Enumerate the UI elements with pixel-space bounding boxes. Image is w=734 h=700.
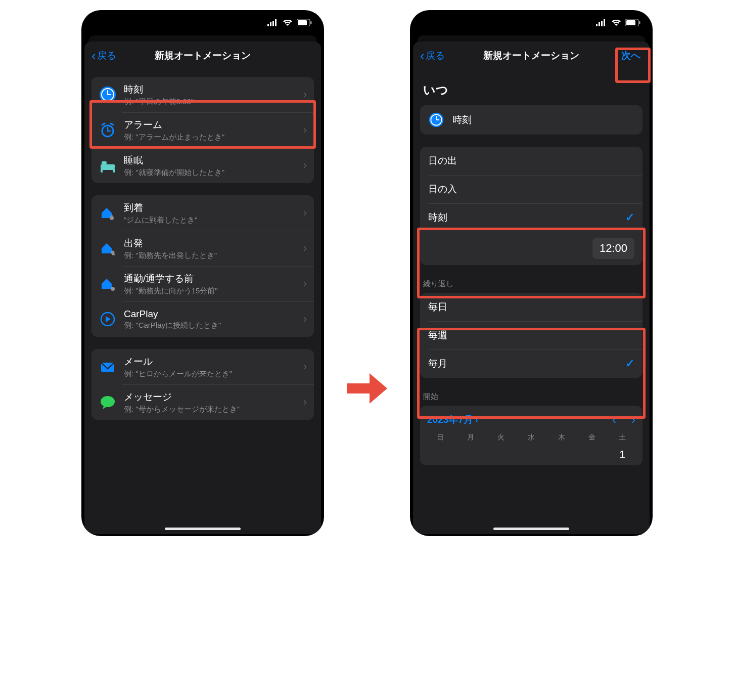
svg-rect-22 xyxy=(111,215,113,219)
trigger-subtitle: 例: "ヒロからメールが来たとき" xyxy=(124,369,296,379)
trigger-group-location: 到着 "ジムに到着したとき" › 出発 例: "勤務先を出発したとき" › xyxy=(91,195,314,337)
home-indicator[interactable] xyxy=(493,528,569,530)
calendar-card: 2023年7月 › ‹ › 日 月 火 水 木 金 土 xyxy=(420,406,643,465)
svg-rect-16 xyxy=(101,164,115,168)
svg-rect-2 xyxy=(272,21,274,26)
checkmark-icon: ✓ xyxy=(625,211,634,224)
weekday-label: 月 xyxy=(455,433,486,442)
trigger-subtitle: 例: "勤務先に向かう15分前" xyxy=(124,286,296,296)
trigger-subtitle: 例: "母からメッセージが来たとき" xyxy=(124,405,296,414)
start-header: 開始 xyxy=(423,392,639,402)
mail-icon xyxy=(99,358,117,376)
trigger-title: メッセージ xyxy=(124,390,296,404)
repeat-monthly[interactable]: 毎月 ✓ xyxy=(420,349,643,378)
calendar-grid[interactable]: 1 xyxy=(420,442,643,465)
back-label: 戻る xyxy=(426,49,445,62)
trigger-row-alarm[interactable]: アラーム 例: "アラームが止まったとき" › xyxy=(91,112,314,148)
battery-icon xyxy=(625,19,640,26)
trigger-row-mail[interactable]: メール 例: "ヒロからメールが来たとき" › xyxy=(91,349,314,384)
trigger-row-time[interactable]: 時刻 例: "平日の午前8:00" › xyxy=(91,77,314,112)
svg-point-25 xyxy=(111,287,115,291)
when-header: いつ xyxy=(423,82,639,98)
option-label: 日の出 xyxy=(428,154,457,167)
clock-icon xyxy=(99,85,117,104)
trigger-group-comm: メール 例: "ヒロからメールが来たとき" › メッセージ 例: "母からメッセ… xyxy=(91,349,314,420)
time-picker-row: 12:00 xyxy=(420,232,643,265)
wifi-icon xyxy=(283,19,293,26)
trigger-row-carplay[interactable]: CarPlay 例: "CarPlayに接続したとき" › xyxy=(91,301,314,337)
option-sunset[interactable]: 日の入 xyxy=(420,175,643,203)
next-button[interactable]: 次へ xyxy=(616,46,646,65)
trigger-list: 時刻 例: "平日の午前8:00" › アラーム 例: "アラームが止まったとき… xyxy=(84,77,321,430)
trigger-subtitle: 例: "勤務先を出発したとき" xyxy=(124,251,296,260)
repeat-weekly[interactable]: 毎週 xyxy=(420,321,643,349)
trigger-title: 到着 xyxy=(124,201,296,214)
chevron-right-icon: › xyxy=(303,242,307,255)
phone-left: ‹ 戻る 新規オートメーション 時刻 例: "平日の午前8:00" › xyxy=(81,10,324,536)
repeat-group: 毎日 毎週 毎月 ✓ xyxy=(420,293,643,378)
nav-title: 新規オートメーション xyxy=(413,49,650,62)
trigger-row-leave[interactable]: 出発 例: "勤務先を出発したとき" › xyxy=(91,231,314,266)
option-label: 日の入 xyxy=(428,183,457,196)
status-bar xyxy=(410,10,653,35)
back-button[interactable]: ‹ 戻る xyxy=(417,47,448,64)
phone-right: ‹ 戻る 新規オートメーション 次へ いつ 時刻 日の出 xyxy=(410,10,653,536)
nav-bar: ‹ 戻る 新規オートメーション 次へ xyxy=(413,41,650,70)
wifi-icon xyxy=(611,19,621,26)
calendar-header: 2023年7月 › ‹ › xyxy=(420,406,643,430)
back-button[interactable]: ‹ 戻る xyxy=(88,47,119,64)
home-indicator[interactable] xyxy=(165,528,241,530)
trigger-row-message[interactable]: メッセージ 例: "母からメッセージが来たとき" › xyxy=(91,384,314,420)
chevron-left-icon: ‹ xyxy=(420,49,425,62)
svg-rect-32 xyxy=(601,21,603,26)
next-month-button[interactable]: › xyxy=(631,413,635,427)
trigger-title: アラーム xyxy=(124,118,296,132)
chevron-right-icon: › xyxy=(303,88,307,101)
svg-rect-6 xyxy=(310,21,312,24)
svg-rect-0 xyxy=(267,24,269,26)
trigger-title: CarPlay xyxy=(124,309,296,320)
trigger-row-commute[interactable]: 通勤/通学する前 例: "勤務先に向かう15分前" › xyxy=(91,266,314,301)
svg-rect-1 xyxy=(270,22,271,26)
option-label: 時刻 xyxy=(428,211,447,224)
svg-rect-33 xyxy=(604,19,605,26)
weekday-label: 木 xyxy=(546,433,577,442)
svg-marker-27 xyxy=(106,316,111,322)
background-sheet-peek xyxy=(417,35,646,41)
trigger-title: 出発 xyxy=(124,237,296,250)
prev-month-button[interactable]: ‹ xyxy=(612,413,616,427)
trigger-subtitle: 例: "CarPlayに接続したとき" xyxy=(124,321,296,330)
trigger-subtitle: 例: "平日の午前8:00" xyxy=(124,97,296,107)
time-header-row: 時刻 xyxy=(420,105,643,135)
option-time-of-day[interactable]: 時刻 ✓ xyxy=(420,203,643,232)
checkmark-icon: ✓ xyxy=(625,357,634,370)
svg-rect-3 xyxy=(275,19,277,26)
time-value-button[interactable]: 12:00 xyxy=(592,238,634,259)
svg-rect-19 xyxy=(113,168,115,172)
cellular-icon xyxy=(267,19,279,26)
repeat-daily[interactable]: 毎日 xyxy=(420,293,643,321)
chevron-right-icon: › xyxy=(303,159,307,172)
trigger-row-sleep[interactable]: 睡眠 例: "就寝準備が開始したとき" › xyxy=(91,148,314,183)
trigger-subtitle: 例: "就寝準備が開始したとき" xyxy=(124,168,296,178)
svg-rect-31 xyxy=(599,22,600,26)
svg-line-14 xyxy=(102,123,105,125)
svg-rect-20 xyxy=(102,161,107,164)
svg-rect-18 xyxy=(101,168,103,172)
time-header-card: 時刻 xyxy=(420,105,643,135)
home-leave-icon xyxy=(99,239,117,257)
svg-rect-17 xyxy=(101,168,115,170)
trigger-row-arrive[interactable]: 到着 "ジムに到着したとき" › xyxy=(91,195,314,231)
trigger-title: 時刻 xyxy=(124,83,296,96)
option-sunrise[interactable]: 日の出 xyxy=(420,147,643,175)
calendar-day[interactable]: 1 xyxy=(607,444,637,465)
trigger-subtitle: "ジムに到着したとき" xyxy=(124,215,296,225)
svg-point-23 xyxy=(111,251,115,254)
sheet: ‹ 戻る 新規オートメーション 時刻 例: "平日の午前8:00" › xyxy=(84,41,321,534)
chevron-right-icon: › xyxy=(303,313,307,326)
home-arrive-icon xyxy=(99,204,117,222)
cellular-icon xyxy=(596,19,607,26)
month-picker-button[interactable]: 2023年7月 › xyxy=(427,413,478,426)
message-icon xyxy=(99,393,117,411)
chevron-right-icon: › xyxy=(303,396,307,409)
